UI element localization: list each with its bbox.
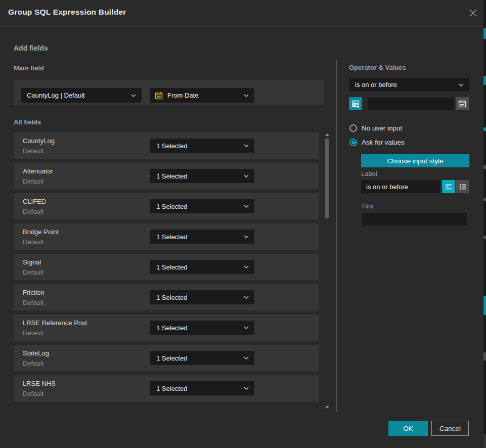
operator-dropdown-value: is on or before: [349, 81, 397, 88]
fields-scrollbar[interactable]: [325, 132, 329, 411]
scroll-down-icon[interactable]: [325, 406, 329, 409]
radio-label: Ask for values: [362, 139, 405, 146]
radio-unselected-icon: [349, 124, 357, 132]
field-row: CountyLog Default 1 Selected: [14, 132, 319, 159]
field-sublabel: Default: [23, 147, 43, 155]
selection-value: 1 Selected: [150, 324, 187, 332]
layer-dropdown[interactable]: CountyLog | Default: [21, 88, 142, 103]
selection-value: 1 Selected: [150, 263, 187, 271]
field-row: LRSE NHS Default 1 Selected: [14, 375, 319, 401]
hint-field-label: Hint: [362, 202, 374, 210]
field-row: StateLog Default 1 Selected: [14, 345, 319, 371]
field-name: LRSE Reference Post: [23, 319, 87, 327]
label-input[interactable]: [361, 180, 440, 193]
chevron-down-icon: [131, 94, 136, 97]
field-sublabel: Default: [23, 360, 43, 367]
align-left-icon: [445, 184, 453, 190]
input-style-selector-button[interactable]: [349, 97, 362, 110]
field-sublabel: Default: [23, 299, 43, 306]
selection-value: 1 Selected: [150, 203, 187, 210]
label-style-list-button[interactable]: [456, 180, 469, 193]
field-selection-dropdown[interactable]: 1 Selected: [150, 260, 254, 274]
field-name: StateLog: [23, 349, 49, 357]
panel-divider: [336, 60, 337, 412]
field-sublabel: Default: [23, 238, 43, 246]
chevron-down-icon: [244, 356, 249, 360]
main-field-panel: CountyLog | Default From Date: [14, 80, 324, 105]
selection-value: 1 Selected: [150, 142, 187, 150]
chevron-down-icon: [459, 83, 464, 86]
scroll-up-icon[interactable]: [325, 133, 329, 136]
layer-dropdown-value: CountyLog | Default: [21, 92, 85, 99]
field-selection-dropdown[interactable]: 1 Selected: [150, 230, 254, 244]
field-row: Signal Default 1 Selected: [14, 254, 319, 280]
selection-value: 1 Selected: [150, 385, 187, 392]
selection-value: 1 Selected: [150, 172, 187, 180]
field-row: Bridge Point Default 1 Selected: [14, 223, 319, 250]
field-row: Attenuator Default 1 Selected: [14, 163, 319, 189]
field-sublabel: Default: [23, 177, 43, 185]
field-name: Friction: [23, 289, 45, 296]
chevron-down-icon: [244, 144, 249, 147]
chevron-down-icon: [244, 296, 249, 299]
field-selection-dropdown[interactable]: 1 Selected: [150, 169, 254, 183]
operator-values-heading: Operator & Values: [349, 64, 406, 71]
date-picker-button[interactable]: [456, 97, 469, 110]
field-sublabel: Default: [23, 268, 43, 276]
ok-button[interactable]: OK: [388, 421, 428, 436]
add-fields-heading: Add fields: [14, 44, 48, 52]
dialog-titlebar: Group SQL Expression Builder: [0, 0, 484, 26]
radio-no-user-input[interactable]: No user input: [349, 124, 402, 132]
field-selection-dropdown[interactable]: 1 Selected: [150, 290, 254, 304]
input-style-icon: [351, 100, 360, 108]
radio-ask-for-values[interactable]: Ask for values: [349, 139, 405, 146]
main-field-dropdown-value: From Date: [163, 92, 198, 99]
selection-value: 1 Selected: [150, 233, 187, 241]
chevron-down-icon: [244, 94, 249, 97]
value-input[interactable]: [368, 98, 454, 110]
field-sublabel: Default: [23, 329, 43, 337]
group-sql-expression-builder-dialog: Group SQL Expression Builder Add fields …: [0, 0, 486, 448]
chevron-down-icon: [244, 387, 249, 390]
selection-value: 1 Selected: [150, 354, 187, 362]
close-icon: [469, 9, 477, 17]
bulleted-list-icon: [459, 184, 467, 190]
field-name: CountyLog: [23, 137, 55, 145]
selection-value: 1 Selected: [150, 294, 187, 301]
calendar-icon: [458, 100, 466, 108]
field-name: Bridge Point: [23, 228, 59, 236]
all-fields-label: All fields: [14, 118, 41, 126]
field-row: LRSE Reference Post Default 1 Selected: [14, 315, 319, 341]
field-selection-dropdown[interactable]: 1 Selected: [150, 199, 254, 213]
operator-dropdown[interactable]: is on or before: [349, 78, 469, 92]
label-style-text-button[interactable]: [442, 180, 455, 193]
cancel-button[interactable]: Cancel: [431, 421, 469, 436]
field-sublabel: Default: [23, 208, 43, 215]
field-name: Attenuator: [23, 167, 53, 175]
close-button[interactable]: [467, 7, 478, 18]
field-selection-dropdown[interactable]: 1 Selected: [150, 351, 254, 365]
choose-input-style-button[interactable]: Choose input style: [361, 154, 469, 167]
field-selection-dropdown[interactable]: 1 Selected: [150, 381, 254, 395]
chevron-down-icon: [244, 326, 249, 329]
field-name: CLIFED: [23, 198, 46, 205]
field-name: LRSE NHS: [23, 380, 56, 387]
label-field-label: Label: [361, 170, 377, 177]
field-selection-dropdown[interactable]: 1 Selected: [150, 139, 254, 153]
hint-input[interactable]: [362, 213, 467, 226]
scrollbar-thumb[interactable]: [325, 139, 329, 218]
radio-selected-icon: [349, 139, 357, 146]
radio-label: No user input: [362, 124, 402, 132]
field-selection-dropdown[interactable]: 1 Selected: [150, 321, 254, 335]
field-sublabel: Default: [23, 390, 43, 397]
chevron-down-icon: [244, 235, 249, 238]
chevron-down-icon: [244, 174, 249, 177]
main-field-dropdown[interactable]: From Date: [150, 88, 254, 103]
main-field-label: Main field: [14, 64, 44, 72]
dialog-title: Group SQL Expression Builder: [8, 8, 126, 17]
field-row: CLIFED Default 1 Selected: [14, 193, 319, 219]
chevron-down-icon: [244, 265, 249, 268]
all-fields-list: CountyLog Default 1 Selected Attenuator …: [14, 132, 319, 406]
calendar-icon: [155, 92, 163, 100]
field-name: Signal: [23, 258, 41, 266]
